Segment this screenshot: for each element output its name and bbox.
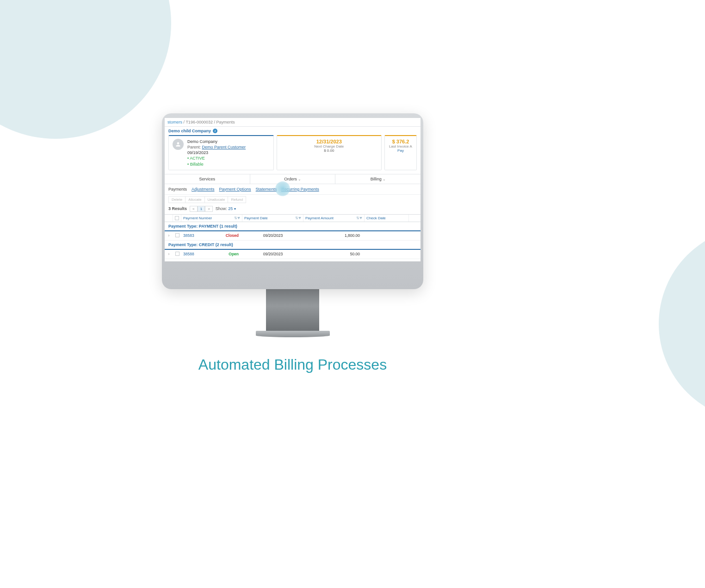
table-row[interactable]: ›38588Open09/20/202350.00 (165, 250, 421, 259)
row-checkbox[interactable] (173, 250, 181, 259)
cell-payment-date: 09/20/2023 (242, 231, 303, 240)
page-prev[interactable]: < (190, 206, 198, 212)
filter-icon[interactable] (237, 217, 240, 219)
checkbox-icon[interactable] (175, 233, 179, 237)
col-expand (165, 215, 173, 222)
col-checkbox[interactable] (173, 215, 181, 222)
sort-filter-icons[interactable]: ⇅ (234, 216, 240, 220)
grid-header: Payment Number ⇅ Payment Date ⇅ Payment … (165, 214, 421, 222)
tab-services[interactable]: Services (165, 174, 250, 184)
group-header[interactable]: Payment Type: PAYMENT (1 result) (165, 222, 421, 231)
col-check-date-label: Check Date (366, 216, 386, 220)
customer-date: 09/19/2023 (187, 150, 246, 155)
monitor-frame: stomers / T196-0000032 / Payments Demo c… (162, 113, 423, 337)
decorative-circle-top-left (0, 0, 171, 139)
expand-icon[interactable]: › (165, 231, 173, 240)
breadcrumb-customers[interactable]: stomers (167, 120, 182, 124)
checkbox-icon[interactable] (175, 216, 179, 220)
status-active: ACTIVE (187, 155, 246, 161)
checkbox-icon[interactable] (175, 252, 179, 256)
tab-billing-label: Billing (371, 177, 382, 181)
col-payment-number[interactable]: Payment Number ⇅ (181, 215, 242, 222)
company-name: Demo Company (187, 139, 246, 144)
breadcrumb: stomers / T196-0000032 / Payments (165, 118, 421, 127)
status-badge: Closed (226, 233, 239, 238)
cell-payment-date: 09/20/2023 (242, 250, 303, 258)
pager: 3 Results < 1 > Show: 25 ▾ (165, 204, 421, 214)
next-charge-label: Next Charge Date (281, 144, 378, 149)
col-payment-date[interactable]: Payment Date ⇅ (242, 215, 303, 222)
page-nav: < 1 > (190, 206, 213, 212)
allocate-button[interactable]: Allocate (185, 196, 204, 203)
subtab-recurring-payments[interactable]: Recurring Payments (281, 187, 319, 192)
results-count: 3 Results (168, 206, 187, 211)
last-invoice-label: Last Invoice A (389, 144, 413, 149)
cell-payment-number: 38588Open (181, 250, 242, 258)
parent-link[interactable]: Demo Parent Customer (202, 145, 246, 149)
tab-orders-label: Orders (284, 177, 297, 181)
sort-filter-icons[interactable]: ⇅ (295, 216, 301, 220)
unallocate-button[interactable]: Unallocate (204, 196, 228, 203)
next-charge-amount: $ 0.00 (281, 149, 378, 153)
parent-label: Parent: (187, 145, 201, 149)
table-row[interactable]: ›38583Closed09/20/20231,800.00 (165, 231, 421, 241)
cell-payment-amount: 1,800.00 (303, 231, 365, 240)
refund-button[interactable]: Refund (228, 196, 246, 203)
show-label: Show: (216, 206, 227, 211)
customer-profile-card: Demo Company Parent: Demo Parent Custome… (168, 135, 274, 170)
col-payment-date-label: Payment Date (244, 216, 268, 220)
expand-icon[interactable]: › (165, 250, 173, 258)
page-current[interactable]: 1 (198, 206, 205, 212)
page-size[interactable]: Show: 25 ▾ (216, 206, 236, 211)
row-checkbox[interactable] (173, 231, 181, 240)
main-tabs: Services Orders⌄ Billing⌄ (165, 174, 421, 184)
info-icon[interactable]: i (213, 129, 217, 133)
pay-link[interactable]: Pay (389, 149, 413, 153)
tab-billing[interactable]: Billing⌄ (335, 174, 421, 184)
tab-orders[interactable]: Orders⌄ (250, 174, 336, 184)
status-billable: Billable (187, 161, 246, 167)
caret-down-icon: ▾ (234, 207, 236, 211)
breadcrumb-id: T196-0000032 (186, 120, 213, 124)
sort-filter-icons[interactable]: ⇅ (356, 216, 362, 220)
cell-check-date (365, 234, 409, 237)
subtab-adjustments[interactable]: Adjustments (192, 187, 215, 192)
cell-payment-number: 38583Closed (181, 231, 242, 240)
customer-title-row: Demo child Company i (165, 127, 421, 135)
delete-button[interactable]: Delete (168, 196, 185, 203)
chevron-down-icon: ⌄ (298, 177, 301, 181)
profile-details: Demo Company Parent: Demo Parent Custome… (187, 139, 246, 167)
payment-number[interactable]: 38583 (183, 233, 194, 238)
monitor-stand-neck (266, 289, 319, 331)
cell-check-date (365, 252, 409, 256)
monitor-stand-base (256, 331, 330, 337)
chevron-down-icon: ⌄ (383, 177, 386, 181)
col-payment-amount[interactable]: Payment Amount ⇅ (303, 215, 365, 222)
subtab-payment-options[interactable]: Payment Options (219, 187, 251, 192)
cell-payment-amount: 50.00 (303, 250, 365, 258)
subtab-payments[interactable]: Payments (168, 187, 187, 192)
customer-title: Demo child Company (168, 129, 211, 133)
app-screen: stomers / T196-0000032 / Payments Demo c… (165, 118, 421, 261)
col-payment-amount-label: Payment Amount (305, 216, 334, 220)
monitor-bezel: stomers / T196-0000032 / Payments Demo c… (162, 113, 423, 289)
group-header[interactable]: Payment Type: CREDIT (2 result) (165, 241, 421, 250)
col-payment-number-label: Payment Number (183, 216, 212, 220)
page-next[interactable]: > (205, 206, 213, 212)
last-invoice-card: $ 376.2 Last Invoice A Pay (384, 135, 417, 170)
grid-body: Payment Type: PAYMENT (1 result)›38583Cl… (165, 222, 421, 259)
filter-icon[interactable] (298, 217, 301, 219)
payment-number[interactable]: 38588 (183, 252, 194, 256)
grid-toolbar: Delete Allocate Unallocate Refund (165, 194, 421, 204)
last-invoice-amount: $ 376.2 (389, 139, 413, 144)
next-charge-date: 12/31/2023 (281, 139, 378, 144)
status-badge: Open (229, 252, 239, 256)
filter-icon[interactable] (359, 217, 362, 219)
next-charge-card: 12/31/2023 Next Charge Date $ 0.00 (277, 135, 382, 170)
summary-cards: Demo Company Parent: Demo Parent Custome… (165, 135, 421, 174)
subtab-statements[interactable]: Statements (256, 187, 277, 192)
parent-line: Parent: Demo Parent Customer (187, 144, 246, 150)
col-check-date[interactable]: Check Date (365, 215, 409, 222)
avatar-icon (173, 139, 184, 150)
show-value: 25 (228, 206, 233, 211)
